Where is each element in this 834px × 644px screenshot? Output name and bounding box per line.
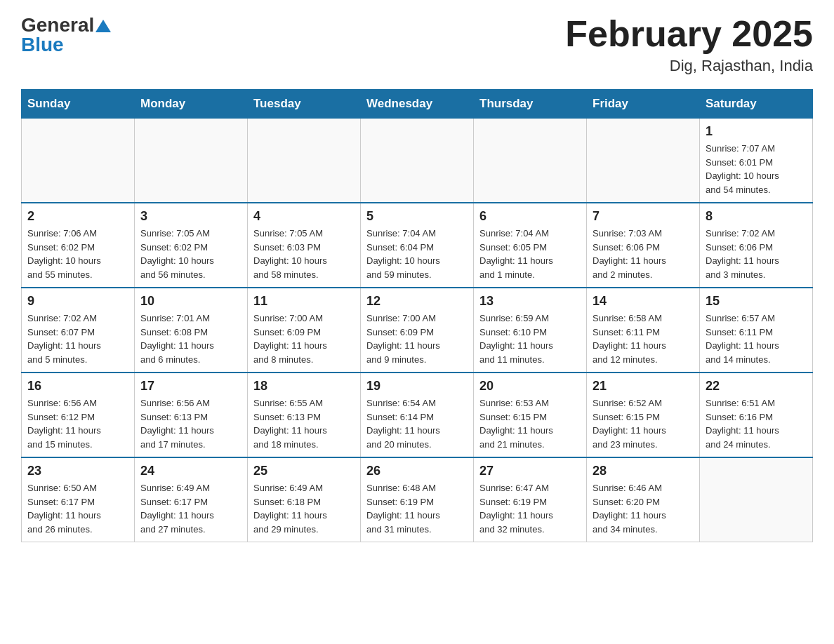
day-number: 23 [27, 464, 128, 478]
day-number: 18 [253, 379, 355, 394]
day-of-week-header: Friday [587, 90, 700, 119]
day-of-week-header: Monday [135, 90, 248, 119]
calendar-cell: 26Sunrise: 6:48 AMSunset: 6:19 PMDayligh… [361, 457, 474, 542]
day-number: 15 [706, 294, 807, 309]
day-number: 20 [479, 379, 581, 394]
day-info: Sunrise: 7:05 AMSunset: 6:03 PMDaylight:… [253, 227, 355, 281]
logo: General Blue [21, 14, 111, 56]
day-number: 2 [27, 209, 128, 224]
calendar-cell: 21Sunrise: 6:52 AMSunset: 6:15 PMDayligh… [587, 373, 700, 457]
day-info: Sunrise: 6:56 AMSunset: 6:13 PMDaylight:… [140, 396, 241, 451]
day-info: Sunrise: 6:54 AMSunset: 6:14 PMDaylight:… [366, 396, 468, 451]
calendar-cell: 28Sunrise: 6:46 AMSunset: 6:20 PMDayligh… [587, 457, 700, 542]
calendar-cell: 25Sunrise: 6:49 AMSunset: 6:18 PMDayligh… [248, 457, 361, 542]
calendar-cell: 24Sunrise: 6:49 AMSunset: 6:17 PMDayligh… [135, 457, 248, 542]
calendar-cell: 14Sunrise: 6:58 AMSunset: 6:11 PMDayligh… [587, 288, 700, 373]
day-number: 12 [366, 294, 468, 309]
calendar-week-row: 1Sunrise: 7:07 AMSunset: 6:01 PMDaylight… [22, 119, 813, 203]
day-number: 16 [27, 379, 128, 394]
day-info: Sunrise: 6:56 AMSunset: 6:12 PMDaylight:… [27, 396, 128, 451]
day-number: 14 [593, 294, 694, 309]
logo-triangle-icon [95, 18, 111, 34]
day-info: Sunrise: 6:49 AMSunset: 6:17 PMDaylight:… [140, 481, 241, 536]
calendar-cell: 10Sunrise: 7:01 AMSunset: 6:08 PMDayligh… [135, 288, 248, 373]
day-number: 26 [366, 464, 468, 478]
calendar-cell: 6Sunrise: 7:04 AMSunset: 6:05 PMDaylight… [474, 203, 587, 288]
calendar-cell: 3Sunrise: 7:05 AMSunset: 6:02 PMDaylight… [135, 203, 248, 288]
calendar-header-row: SundayMondayTuesdayWednesdayThursdayFrid… [22, 90, 813, 119]
day-number: 10 [140, 294, 241, 309]
title-area: February 2025 Dig, Rajasthan, India [565, 14, 813, 75]
day-number: 5 [366, 209, 468, 224]
day-info: Sunrise: 7:05 AMSunset: 6:02 PMDaylight:… [140, 227, 241, 281]
calendar-cell: 27Sunrise: 6:47 AMSunset: 6:19 PMDayligh… [474, 457, 587, 542]
calendar-cell: 2Sunrise: 7:06 AMSunset: 6:02 PMDaylight… [22, 203, 135, 288]
day-number: 21 [593, 379, 694, 394]
day-info: Sunrise: 7:01 AMSunset: 6:08 PMDaylight:… [140, 311, 241, 366]
day-number: 1 [706, 124, 807, 139]
day-number: 19 [366, 379, 468, 394]
calendar-cell [135, 119, 248, 203]
calendar-cell [474, 119, 587, 203]
day-info: Sunrise: 6:59 AMSunset: 6:10 PMDaylight:… [479, 311, 581, 366]
day-number: 8 [706, 209, 807, 224]
day-number: 27 [479, 464, 581, 478]
calendar-cell: 5Sunrise: 7:04 AMSunset: 6:04 PMDaylight… [361, 203, 474, 288]
calendar-cell: 1Sunrise: 7:07 AMSunset: 6:01 PMDaylight… [700, 119, 813, 203]
calendar-cell [587, 119, 700, 203]
day-number: 13 [479, 294, 581, 309]
day-info: Sunrise: 6:57 AMSunset: 6:11 PMDaylight:… [706, 311, 807, 366]
calendar-cell: 20Sunrise: 6:53 AMSunset: 6:15 PMDayligh… [474, 373, 587, 457]
day-info: Sunrise: 6:52 AMSunset: 6:15 PMDaylight:… [593, 396, 694, 451]
day-info: Sunrise: 6:50 AMSunset: 6:17 PMDaylight:… [27, 481, 128, 536]
calendar-week-row: 16Sunrise: 6:56 AMSunset: 6:12 PMDayligh… [22, 373, 813, 457]
day-info: Sunrise: 6:58 AMSunset: 6:11 PMDaylight:… [593, 311, 694, 366]
day-of-week-header: Saturday [700, 90, 813, 119]
calendar-table: SundayMondayTuesdayWednesdayThursdayFrid… [21, 89, 813, 542]
day-info: Sunrise: 7:02 AMSunset: 6:07 PMDaylight:… [27, 311, 128, 366]
day-number: 25 [253, 464, 355, 478]
calendar-cell: 8Sunrise: 7:02 AMSunset: 6:06 PMDaylight… [700, 203, 813, 288]
location: Dig, Rajasthan, India [565, 57, 813, 75]
logo-blue: Blue [21, 34, 64, 56]
calendar-cell [700, 457, 813, 542]
calendar-cell: 12Sunrise: 7:00 AMSunset: 6:09 PMDayligh… [361, 288, 474, 373]
calendar-cell: 18Sunrise: 6:55 AMSunset: 6:13 PMDayligh… [248, 373, 361, 457]
day-info: Sunrise: 7:04 AMSunset: 6:04 PMDaylight:… [366, 227, 468, 281]
day-info: Sunrise: 6:53 AMSunset: 6:15 PMDaylight:… [479, 396, 581, 451]
calendar-cell: 7Sunrise: 7:03 AMSunset: 6:06 PMDaylight… [587, 203, 700, 288]
day-number: 28 [593, 464, 694, 478]
day-info: Sunrise: 6:55 AMSunset: 6:13 PMDaylight:… [253, 396, 355, 451]
calendar-week-row: 9Sunrise: 7:02 AMSunset: 6:07 PMDaylight… [22, 288, 813, 373]
calendar-week-row: 23Sunrise: 6:50 AMSunset: 6:17 PMDayligh… [22, 457, 813, 542]
month-title: February 2025 [565, 14, 813, 54]
day-info: Sunrise: 6:49 AMSunset: 6:18 PMDaylight:… [253, 481, 355, 536]
day-of-week-header: Sunday [22, 90, 135, 119]
day-number: 22 [706, 379, 807, 394]
day-info: Sunrise: 6:47 AMSunset: 6:19 PMDaylight:… [479, 481, 581, 536]
day-info: Sunrise: 6:48 AMSunset: 6:19 PMDaylight:… [366, 481, 468, 536]
day-number: 7 [593, 209, 694, 224]
day-info: Sunrise: 7:00 AMSunset: 6:09 PMDaylight:… [366, 311, 468, 366]
day-number: 24 [140, 464, 241, 478]
calendar-cell [22, 119, 135, 203]
day-of-week-header: Thursday [474, 90, 587, 119]
day-info: Sunrise: 7:06 AMSunset: 6:02 PMDaylight:… [27, 227, 128, 281]
day-number: 11 [253, 294, 355, 309]
calendar-cell: 23Sunrise: 6:50 AMSunset: 6:17 PMDayligh… [22, 457, 135, 542]
day-info: Sunrise: 7:00 AMSunset: 6:09 PMDaylight:… [253, 311, 355, 366]
day-info: Sunrise: 7:07 AMSunset: 6:01 PMDaylight:… [706, 142, 807, 196]
calendar-cell [361, 119, 474, 203]
day-number: 9 [27, 294, 128, 309]
day-number: 6 [479, 209, 581, 224]
calendar-cell [248, 119, 361, 203]
calendar-cell: 22Sunrise: 6:51 AMSunset: 6:16 PMDayligh… [700, 373, 813, 457]
day-info: Sunrise: 7:02 AMSunset: 6:06 PMDaylight:… [706, 227, 807, 281]
svg-marker-0 [95, 20, 111, 32]
day-number: 17 [140, 379, 241, 394]
day-of-week-header: Wednesday [361, 90, 474, 119]
calendar-cell: 9Sunrise: 7:02 AMSunset: 6:07 PMDaylight… [22, 288, 135, 373]
day-info: Sunrise: 6:46 AMSunset: 6:20 PMDaylight:… [593, 481, 694, 536]
calendar-cell: 13Sunrise: 6:59 AMSunset: 6:10 PMDayligh… [474, 288, 587, 373]
calendar-cell: 19Sunrise: 6:54 AMSunset: 6:14 PMDayligh… [361, 373, 474, 457]
